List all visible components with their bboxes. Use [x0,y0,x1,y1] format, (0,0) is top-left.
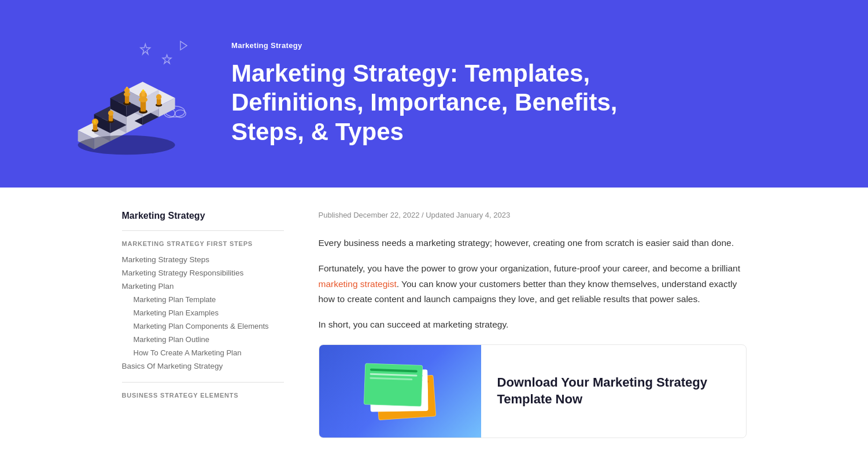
article-paragraph-3: In short, you can succeed at marketing s… [319,317,747,332]
sidebar-title: Marketing Strategy [122,211,284,221]
sidebar-section-2-label: BUSINESS STRATEGY ELEMENTS [122,392,284,399]
hero-title: Marketing Strategy: Templates, Definitio… [231,59,636,146]
download-card-text: Download Your Marketing Strategy Templat… [481,345,746,438]
download-card-title: Download Your Marketing Strategy Templat… [497,374,730,407]
hero-label: Marketing Strategy [231,41,833,50]
article-paragraph-2: Fortunately, you have the power to grow … [319,261,747,307]
download-card: Download Your Marketing Strategy Templat… [319,344,747,438]
article: Published December 22, 2022 / Updated Ja… [319,211,747,438]
sidebar-item-responsibilities[interactable]: Marketing Strategy Responsibilities [122,266,284,280]
svg-point-48 [156,94,161,100]
sidebar-item-plan[interactable]: Marketing Plan [122,280,284,293]
sidebar-item-basics[interactable]: Basics Of Marketing Strategy [122,359,284,373]
sidebar-item-template[interactable]: Marketing Plan Template [122,293,284,306]
hero-illustration: $ [35,23,208,164]
svg-point-33 [78,135,175,155]
hero-banner: $ Marketing Strategy Marketing Strategy:… [0,0,868,188]
sidebar-section-1-label: MARKETING STRATEGY FIRST STEPS [122,240,284,247]
sidebar-item-outline[interactable]: Marketing Plan Outline [122,333,284,346]
sidebar-divider-2 [122,382,284,383]
article-meta: Published December 22, 2022 / Updated Ja… [319,211,747,219]
main-content: Marketing Strategy MARKETING STRATEGY FI… [87,188,781,461]
article-body: Every business needs a marketing strateg… [319,236,747,333]
svg-point-51 [108,111,113,116]
marketing-strategist-link[interactable]: marketing strategist [319,279,397,289]
doc-stack [360,359,441,423]
chess-illustration: $ [35,23,197,162]
sidebar-item-examples[interactable]: Marketing Plan Examples [122,306,284,319]
sidebar: Marketing Strategy MARKETING STRATEGY FI… [122,211,284,438]
svg-point-40 [142,89,145,91]
download-card-image [319,345,481,438]
article-paragraph-1: Every business needs a marketing strateg… [319,236,747,251]
svg-point-45 [126,87,128,89]
hero-text: Marketing Strategy Marketing Strategy: T… [208,41,833,146]
doc-card-green [363,363,422,406]
sidebar-divider [122,230,284,231]
sidebar-item-components[interactable]: Marketing Plan Components & Elements [122,319,284,333]
sidebar-item-how-to-create[interactable]: How To Create A Marketing Plan [122,346,284,359]
sidebar-item-steps[interactable]: Marketing Strategy Steps [122,253,284,266]
